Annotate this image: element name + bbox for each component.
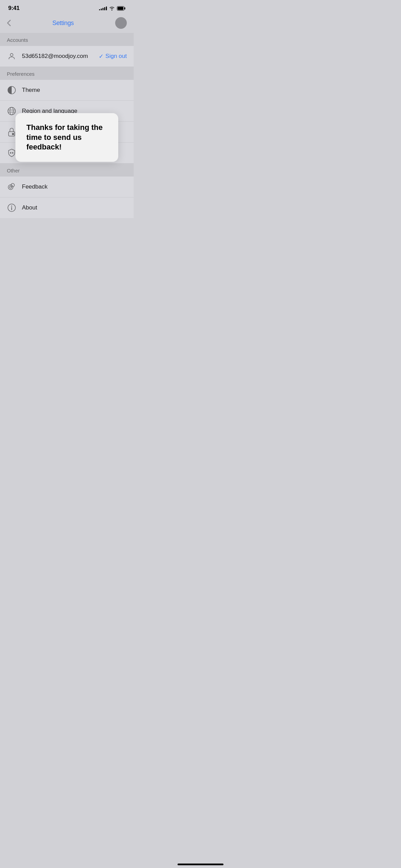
account-email-row[interactable]: 53d65182@moodjoy.com ✓ Sign out — [0, 46, 134, 67]
globe-icon — [7, 106, 16, 116]
section-header-preferences: Preferences — [0, 67, 134, 80]
about-row[interactable]: About — [0, 197, 134, 218]
lock-icon — [7, 127, 16, 137]
status-time: 9:41 — [8, 5, 20, 12]
about-label: About — [22, 204, 127, 211]
section-header-other-label: Other — [7, 168, 20, 173]
wifi-icon — [109, 6, 115, 11]
person-icon — [7, 51, 16, 61]
section-header-accounts: Accounts — [0, 33, 134, 46]
signal-icon — [99, 6, 107, 10]
feedback-row[interactable]: Feedback — [0, 177, 134, 197]
toast-message: Thanks for taking the time to send us fe… — [26, 123, 102, 151]
avatar[interactable] — [115, 17, 127, 29]
svg-point-13 — [12, 152, 13, 154]
theme-icon — [7, 85, 16, 95]
svg-point-11 — [12, 133, 14, 135]
sign-out-action[interactable]: ✓ Sign out — [99, 53, 127, 60]
svg-point-0 — [111, 10, 112, 10]
section-header-preferences-label: Preferences — [7, 71, 35, 77]
page-title: Settings — [52, 20, 74, 27]
toast-card: Thanks for taking the time to send us fe… — [15, 113, 118, 162]
svg-point-4 — [10, 53, 13, 56]
section-header-accounts-label: Accounts — [7, 37, 28, 43]
back-button[interactable] — [7, 20, 11, 26]
shield-icon — [7, 148, 16, 158]
checkmark-icon: ✓ — [99, 53, 104, 60]
feedback-label: Feedback — [22, 183, 127, 190]
svg-point-7 — [10, 107, 13, 115]
sign-out-label[interactable]: Sign out — [106, 53, 127, 60]
status-bar: 9:41 — [0, 0, 134, 14]
section-header-other: Other — [0, 164, 134, 177]
nav-bar: Settings — [0, 14, 134, 33]
svg-point-12 — [10, 152, 11, 154]
battery-icon — [117, 6, 125, 11]
svg-point-20 — [11, 206, 12, 207]
svg-point-6 — [8, 107, 15, 115]
svg-point-14 — [8, 185, 13, 190]
status-icons — [99, 6, 125, 11]
theme-row[interactable]: Theme — [0, 80, 134, 101]
account-email-label: 53d65182@moodjoy.com — [22, 53, 99, 60]
info-icon — [7, 203, 16, 213]
feedback-icon — [7, 182, 16, 192]
svg-rect-2 — [124, 7, 125, 9]
theme-label: Theme — [22, 87, 127, 94]
svg-rect-3 — [118, 7, 123, 10]
